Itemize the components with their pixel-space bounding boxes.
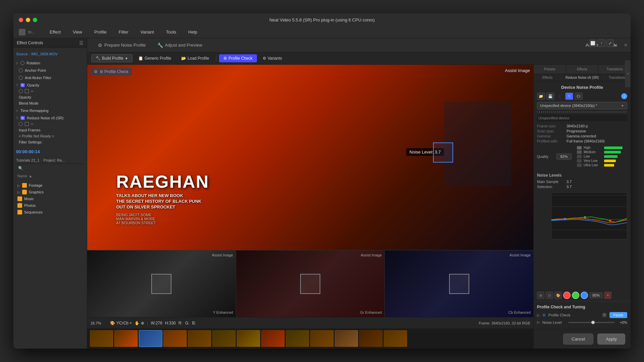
fx-opacity-group: ▽ fx Opacity ✏ Opacity bbox=[16, 82, 84, 106]
quality-indicators: High Medium bbox=[577, 146, 623, 167]
load-profile-button[interactable]: 📂 Load Profile bbox=[177, 54, 213, 62]
cb-assist-label: Assist Image bbox=[509, 253, 531, 257]
main-preview: RAEGHAN TALKS ABOUT HER NEW BOOKTHE SECR… bbox=[87, 65, 533, 250]
file-item-sequences[interactable]: Sequences bbox=[16, 209, 84, 216]
film-thumb-0[interactable] bbox=[90, 330, 113, 347]
anchor-point-item: Anchor Point bbox=[16, 67, 84, 73]
profile-check-badge-icon: ⚙ bbox=[94, 69, 98, 74]
window-title: Neat Video 5.5.8 (SR) Pro plug-in (using… bbox=[269, 17, 375, 22]
file-item-graphics[interactable]: ▷ Graphics bbox=[16, 189, 84, 195]
dnp-info-btn[interactable]: i bbox=[621, 93, 627, 99]
film-thumb-12[interactable] bbox=[384, 330, 407, 347]
time-remapping-item: ▷ Time Remapping bbox=[16, 108, 84, 114]
scan-type-value: Progressive bbox=[567, 129, 586, 133]
right-tab-presets[interactable]: Presets bbox=[534, 65, 566, 74]
right-tab-effects[interactable]: Effects bbox=[566, 65, 599, 74]
poster-subtext: BEING JACI'T SOMEMAN MARVIN & MOREAT BOU… bbox=[116, 213, 304, 225]
anti-flicker-label: Anti-flicker Filter bbox=[25, 76, 51, 80]
film-thumb-10[interactable] bbox=[335, 330, 358, 347]
menu-filter[interactable]: Filter bbox=[116, 28, 131, 36]
right-sub-tabs: Effects Reduce Noise v5 (SR) Transitions bbox=[534, 74, 631, 81]
dnp-folder-btn[interactable]: 📁 bbox=[537, 93, 545, 100]
app-window: Neat Video 5.5.8 (SR) Pro plug-in (using… bbox=[13, 13, 631, 349]
variants-button[interactable]: ⚙ Variants bbox=[258, 54, 286, 62]
color-btn-blue[interactable] bbox=[581, 292, 588, 299]
time-remap-expand[interactable]: ▷ bbox=[16, 109, 18, 112]
film-thumb-3[interactable] bbox=[163, 330, 187, 347]
gr-enhanced-bg bbox=[236, 250, 385, 317]
sub-tab-reduce-noise[interactable]: Reduce Noise v5 (SR) bbox=[561, 76, 603, 79]
noise-level-slider[interactable] bbox=[568, 322, 614, 323]
menu-profile[interactable]: Profile bbox=[92, 28, 109, 36]
pcs-expand-icon[interactable]: ▷ bbox=[537, 313, 540, 317]
chart-color-mode-btn[interactable]: 🎨 bbox=[554, 292, 562, 299]
prepare-tab-icon: ⚙ bbox=[98, 43, 102, 48]
minimize-button[interactable] bbox=[26, 18, 30, 22]
file-item-footage[interactable]: ▷ Footage bbox=[16, 182, 84, 189]
chart-reset-zoom-btn[interactable]: ⊞ bbox=[537, 292, 544, 299]
film-thumb-7[interactable] bbox=[261, 330, 285, 347]
profile-check-button[interactable]: ⚙ Profile Check bbox=[219, 54, 257, 62]
device-dropdown[interactable]: Unspecified device (3840x2160p) * ▼ bbox=[537, 102, 627, 109]
menu-effect[interactable]: Effect bbox=[47, 28, 63, 36]
crosshair-icon[interactable]: ⊕ bbox=[141, 321, 144, 325]
film-thumb-11[interactable] bbox=[359, 330, 383, 347]
noise-level-thumb[interactable] bbox=[591, 321, 595, 324]
dnp-chroma-btn[interactable]: Cr bbox=[575, 93, 583, 100]
finish-button[interactable]: Finish bbox=[609, 312, 627, 318]
dnp-save-btn[interactable]: 💾 bbox=[546, 93, 554, 100]
noise-levels-section: Noise Levels Main Sample 3.7 Selection 3… bbox=[534, 173, 631, 192]
tab-prepare[interactable]: ⚙ Prepare Noise Profile bbox=[93, 40, 151, 51]
file-item-music[interactable]: Music bbox=[16, 195, 84, 202]
menu-variant[interactable]: Variant bbox=[138, 28, 157, 36]
ctrl-point-3[interactable] bbox=[609, 220, 611, 222]
fullscreen-button[interactable]: ⤢ bbox=[606, 40, 614, 47]
chart-clear-btn[interactable]: × bbox=[604, 292, 611, 299]
tab-adjust[interactable]: 🔧 Adjust and Preview bbox=[152, 40, 208, 51]
frame-size-label: Frame size: bbox=[537, 124, 564, 128]
film-thumb-9[interactable] bbox=[310, 330, 334, 347]
rotation-expand[interactable]: ▷ bbox=[16, 61, 18, 65]
panel-toggle-button[interactable]: > bbox=[625, 65, 631, 87]
film-thumb-2[interactable] bbox=[139, 330, 162, 347]
reduce-noise-expand[interactable]: ▽ bbox=[16, 116, 18, 120]
hand-tool-icon[interactable]: ✋ bbox=[135, 321, 140, 325]
panel-menu-icon[interactable]: ☰ bbox=[79, 40, 84, 46]
chart-fit-btn[interactable]: ⊡ bbox=[546, 292, 553, 299]
color-space-selector[interactable]: 🎨 YCrCb + bbox=[110, 321, 132, 325]
film-thumb-1[interactable] bbox=[114, 330, 138, 347]
film-thumb-5[interactable] bbox=[212, 330, 236, 347]
close-button[interactable] bbox=[19, 18, 23, 22]
ultra-low-texture-icon bbox=[577, 164, 582, 167]
film-thumb-8[interactable] bbox=[286, 330, 309, 347]
build-profile-arrow: ▼ bbox=[125, 57, 128, 60]
build-profile-button[interactable]: 🔨 Build Profile ▼ bbox=[91, 54, 132, 62]
film-thumb-6[interactable] bbox=[237, 330, 260, 347]
plugin-close-button[interactable]: × bbox=[624, 42, 627, 48]
apply-button[interactable]: Apply bbox=[597, 334, 625, 345]
cancel-button[interactable]: Cancel bbox=[563, 334, 593, 345]
menu-view[interactable]: View bbox=[70, 28, 85, 36]
color-btn-red[interactable] bbox=[563, 292, 571, 299]
profiled-with-row: Profiled with: Full frame (3840x2160) bbox=[537, 139, 627, 143]
film-thumb-4[interactable] bbox=[188, 330, 211, 347]
color-wheel-icon: 🎨 bbox=[110, 321, 115, 325]
color-btn-green[interactable] bbox=[572, 292, 579, 299]
noise-level-expand-icon[interactable]: ▷ bbox=[537, 320, 540, 324]
chart-zoom-input[interactable] bbox=[589, 292, 603, 298]
anti-flicker-item: Anti-flicker Filter bbox=[16, 75, 84, 81]
maximize-button[interactable] bbox=[33, 18, 37, 22]
file-item-photos[interactable]: Photos bbox=[16, 202, 84, 209]
sub-tab-effects[interactable]: Effects bbox=[534, 76, 561, 79]
noise-level-slider-row: ▷ Noise Level +0% bbox=[537, 320, 627, 324]
pcs-info-btn[interactable]: ? bbox=[602, 313, 607, 317]
dnp-luma-btn[interactable]: Y bbox=[565, 93, 573, 100]
expand-button[interactable]: ⬜ bbox=[589, 40, 596, 47]
ctrl-point-2[interactable] bbox=[584, 216, 586, 218]
menu-tools[interactable]: Tools bbox=[163, 28, 179, 36]
generic-profile-button[interactable]: 📋 Generic Profile bbox=[134, 54, 175, 62]
ctrl-point-1[interactable] bbox=[564, 218, 566, 220]
menu-help[interactable]: Help bbox=[185, 28, 200, 36]
fx-opacity-expand[interactable]: ▽ bbox=[16, 83, 18, 87]
share-button[interactable]: ↑ bbox=[598, 40, 605, 47]
